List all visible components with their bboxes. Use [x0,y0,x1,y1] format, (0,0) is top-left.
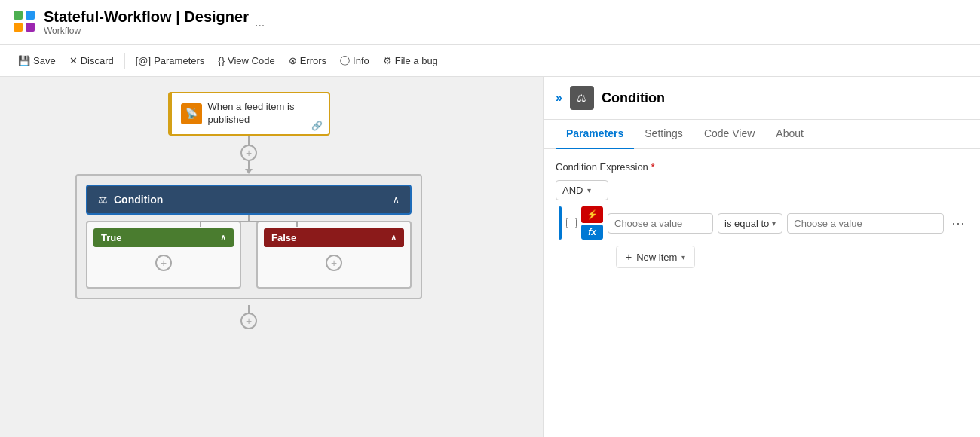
false-chevron: ∧ [390,233,397,243]
tab-parameters[interactable]: Parameters [556,120,634,149]
save-icon: 💾 [18,55,30,66]
true-branch: True ∧ + [86,221,241,289]
errors-button[interactable]: ⊗ Errors [283,52,332,69]
bottom-connector: + [240,305,257,329]
tab-settings[interactable]: Settings [634,120,694,148]
panel-content: Condition Expression * AND ▾ ⚡ f [544,149,980,437]
condition-node-label: Condition [114,194,163,206]
svg-rect-3 [26,23,35,32]
workflow-area: 📡 When a feed item is published 🔗 + ⚖ Co… [75,92,422,329]
expr-row: ⚡ fx is equal to ▾ ⋯ [559,206,968,240]
trigger-link-icon: 🔗 [311,121,323,131]
app-title: Stateful-Workflow | Designer [44,8,249,26]
toolbar: 💾 Save ✕ Discard [@] Parameters {} View … [0,45,980,77]
info-icon: ⓘ [340,54,350,68]
save-button[interactable]: 💾 Save [12,52,62,69]
info-button[interactable]: ⓘ Info [334,51,375,71]
svg-rect-0 [14,11,23,20]
and-select-row: AND ▾ [556,180,968,200]
condition-node[interactable]: ⚖ Condition ∧ [86,185,412,215]
right-panel: » ⚖ Condition Parameters Settings Code V… [543,77,980,437]
tab-about[interactable]: About [765,120,814,148]
true-branch-box: True ∧ + [86,221,241,289]
false-branch-header[interactable]: False ∧ [264,228,404,247]
condition-collapse-chevron[interactable]: ∧ [393,194,400,205]
false-branch-add-button[interactable]: + [326,255,342,271]
parameters-icon: [@] [136,55,151,66]
panel-header: » ⚖ Condition [544,77,980,120]
discard-button[interactable]: ✕ Discard [63,52,120,69]
connector-1: + [240,136,257,174]
condition-node-icon: ⚖ [98,194,108,206]
true-label: True [101,232,121,243]
condition-expr-label: Condition Expression * [556,161,968,173]
panel-icon: ⚖ [570,86,594,110]
add-step-button-1[interactable]: + [240,145,257,161]
errors-icon: ⊗ [289,55,297,66]
panel-title: Condition [602,90,665,106]
add-step-button-bottom[interactable]: + [240,313,257,329]
canvas: 📡 When a feed item is published 🔗 + ⚖ Co… [0,77,543,437]
required-marker: * [651,161,654,173]
app-icon [12,9,36,35]
value-input-2[interactable] [787,213,944,234]
header: Stateful-Workflow | Designer Workflow ..… [0,0,980,45]
toolbar-separator [124,53,125,69]
and-chevron-icon: ▾ [587,186,591,194]
condition-node-inner: ⚖ Condition [98,194,163,206]
operator-select[interactable]: is equal to ▾ [718,213,782,234]
more-options-button[interactable]: ... [255,16,265,29]
more-button[interactable]: ⋯ [948,215,968,231]
app-subtitle: Workflow [44,26,249,36]
operator-chevron-icon: ▾ [772,219,776,228]
and-select[interactable]: AND ▾ [556,180,608,200]
panel-tabs: Parameters Settings Code View About [544,120,980,149]
tab-code-view[interactable]: Code View [694,120,765,148]
trigger-label: When a feed item is published [208,101,320,127]
false-branch: False ∧ + [256,221,412,289]
discard-icon: ✕ [69,55,78,66]
file-bug-icon: ⚙ [383,55,392,66]
new-item-button[interactable]: + New item ▾ [616,246,695,268]
new-item-chevron-icon: ▾ [681,253,685,261]
expr-checkbox[interactable] [566,218,577,228]
true-chevron: ∧ [220,233,226,243]
true-branch-header[interactable]: True ∧ [93,228,234,247]
svg-rect-2 [14,23,23,32]
condition-outer-box: ⚖ Condition ∧ [75,174,422,299]
fx-button[interactable]: fx [581,225,603,240]
true-branch-add-button[interactable]: + [155,255,172,271]
parameters-button[interactable]: [@] Parameters [130,52,211,69]
branches-container: True ∧ + False ∧ + [86,221,412,289]
false-label: False [271,232,296,243]
lightning-button[interactable]: ⚡ [581,206,603,223]
panel-collapse-button[interactable]: » [556,91,562,105]
false-branch-box: False ∧ + [256,221,412,289]
trigger-node[interactable]: 📡 When a feed item is published 🔗 [168,92,330,136]
file-bug-button[interactable]: ⚙ File a bug [377,52,444,69]
view-code-button[interactable]: {} View Code [212,52,280,69]
svg-rect-1 [26,11,35,20]
value-input-1[interactable] [608,213,713,234]
new-item-plus-icon: + [626,251,632,263]
view-code-icon: {} [218,55,225,66]
trigger-icon: 📡 [181,103,202,124]
blue-left-bar [559,206,562,240]
title-group: Stateful-Workflow | Designer Workflow [44,8,249,36]
dynamic-popup-container: ⚡ fx [581,206,603,240]
main-layout: 📡 When a feed item is published 🔗 + ⚖ Co… [0,77,980,437]
